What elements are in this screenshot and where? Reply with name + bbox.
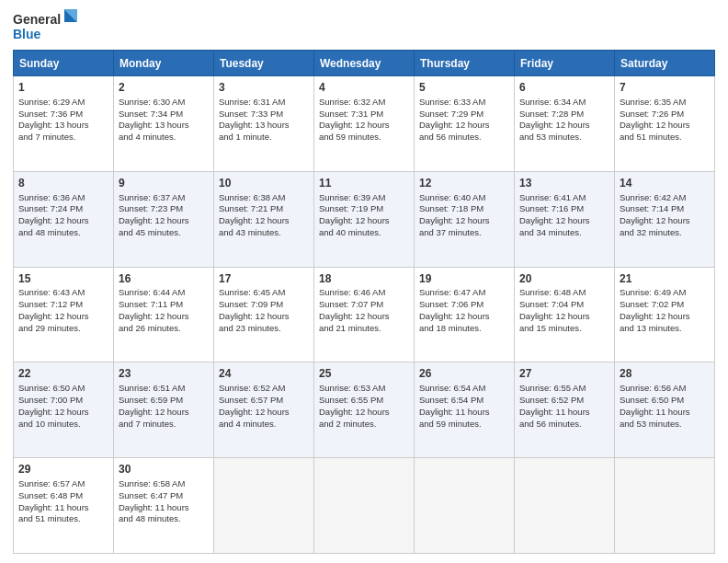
day-info: Sunrise: 6:43 AM Sunset: 7:12 PM Dayligh… xyxy=(18,287,108,334)
calendar-cell: 27Sunrise: 6:55 AM Sunset: 6:52 PM Dayli… xyxy=(515,362,615,458)
day-number: 22 xyxy=(18,366,108,382)
calendar-cell xyxy=(214,458,314,554)
day-number: 30 xyxy=(119,462,209,477)
calendar-week-1: 1Sunrise: 6:29 AM Sunset: 7:36 PM Daylig… xyxy=(14,76,715,172)
day-number: 1 xyxy=(18,80,108,96)
calendar-header-thursday: Thursday xyxy=(415,51,515,76)
day-info: Sunrise: 6:35 AM Sunset: 7:26 PM Dayligh… xyxy=(620,97,710,144)
day-info: Sunrise: 6:52 AM Sunset: 6:57 PM Dayligh… xyxy=(219,383,309,430)
day-info: Sunrise: 6:39 AM Sunset: 7:19 PM Dayligh… xyxy=(319,192,409,239)
day-number: 28 xyxy=(620,366,710,382)
day-number: 23 xyxy=(119,366,209,382)
calendar-cell: 16Sunrise: 6:44 AM Sunset: 7:11 PM Dayli… xyxy=(114,267,214,362)
logo-svg: General Blue xyxy=(13,9,77,42)
calendar-cell: 13Sunrise: 6:41 AM Sunset: 7:16 PM Dayli… xyxy=(515,171,615,267)
day-number: 6 xyxy=(519,80,609,96)
calendar-cell: 29Sunrise: 6:57 AM Sunset: 6:48 PM Dayli… xyxy=(14,458,114,554)
day-info: Sunrise: 6:48 AM Sunset: 7:04 PM Dayligh… xyxy=(519,287,609,334)
svg-text:Blue: Blue xyxy=(13,27,41,41)
calendar-cell: 30Sunrise: 6:58 AM Sunset: 6:47 PM Dayli… xyxy=(114,458,214,554)
day-info: Sunrise: 6:55 AM Sunset: 6:52 PM Dayligh… xyxy=(519,383,609,430)
day-info: Sunrise: 6:56 AM Sunset: 6:50 PM Dayligh… xyxy=(620,383,710,430)
calendar-header-friday: Friday xyxy=(515,51,615,76)
day-number: 13 xyxy=(519,176,609,191)
day-info: Sunrise: 6:37 AM Sunset: 7:23 PM Dayligh… xyxy=(119,192,209,239)
calendar-week-2: 8Sunrise: 6:36 AM Sunset: 7:24 PM Daylig… xyxy=(14,171,715,267)
day-number: 8 xyxy=(18,176,108,191)
calendar-cell: 14Sunrise: 6:42 AM Sunset: 7:14 PM Dayli… xyxy=(615,171,715,267)
calendar-cell xyxy=(515,458,615,554)
calendar-cell: 12Sunrise: 6:40 AM Sunset: 7:18 PM Dayli… xyxy=(415,171,515,267)
calendar-table: SundayMondayTuesdayWednesdayThursdayFrid… xyxy=(13,50,715,554)
calendar-week-3: 15Sunrise: 6:43 AM Sunset: 7:12 PM Dayli… xyxy=(14,267,715,362)
calendar-header-saturday: Saturday xyxy=(615,51,715,76)
day-number: 21 xyxy=(620,271,710,287)
svg-text:General: General xyxy=(13,12,61,27)
day-number: 27 xyxy=(519,366,609,382)
calendar-cell xyxy=(615,458,715,554)
calendar-cell: 2Sunrise: 6:30 AM Sunset: 7:34 PM Daylig… xyxy=(114,76,214,172)
calendar-cell: 3Sunrise: 6:31 AM Sunset: 7:33 PM Daylig… xyxy=(214,76,314,172)
calendar-header-tuesday: Tuesday xyxy=(214,51,314,76)
calendar-cell: 18Sunrise: 6:46 AM Sunset: 7:07 PM Dayli… xyxy=(314,267,415,362)
day-number: 3 xyxy=(219,80,309,96)
calendar-cell: 25Sunrise: 6:53 AM Sunset: 6:55 PM Dayli… xyxy=(314,362,415,458)
day-number: 24 xyxy=(219,366,309,382)
day-info: Sunrise: 6:46 AM Sunset: 7:07 PM Dayligh… xyxy=(319,287,409,334)
day-info: Sunrise: 6:42 AM Sunset: 7:14 PM Dayligh… xyxy=(620,192,710,239)
day-info: Sunrise: 6:38 AM Sunset: 7:21 PM Dayligh… xyxy=(219,192,309,239)
day-info: Sunrise: 6:45 AM Sunset: 7:09 PM Dayligh… xyxy=(219,287,309,334)
day-number: 26 xyxy=(419,366,509,382)
calendar-cell: 10Sunrise: 6:38 AM Sunset: 7:21 PM Dayli… xyxy=(214,171,314,267)
day-info: Sunrise: 6:50 AM Sunset: 7:00 PM Dayligh… xyxy=(18,383,108,430)
day-number: 14 xyxy=(620,176,710,191)
calendar-cell: 4Sunrise: 6:32 AM Sunset: 7:31 PM Daylig… xyxy=(314,76,415,172)
calendar-header-row: SundayMondayTuesdayWednesdayThursdayFrid… xyxy=(14,51,715,76)
day-number: 29 xyxy=(18,462,108,477)
day-info: Sunrise: 6:49 AM Sunset: 7:02 PM Dayligh… xyxy=(620,287,710,334)
calendar-cell: 5Sunrise: 6:33 AM Sunset: 7:29 PM Daylig… xyxy=(415,76,515,172)
day-info: Sunrise: 6:51 AM Sunset: 6:59 PM Dayligh… xyxy=(119,383,209,430)
day-number: 15 xyxy=(18,271,108,287)
calendar-cell: 21Sunrise: 6:49 AM Sunset: 7:02 PM Dayli… xyxy=(615,267,715,362)
calendar-cell: 22Sunrise: 6:50 AM Sunset: 7:00 PM Dayli… xyxy=(14,362,114,458)
day-info: Sunrise: 6:34 AM Sunset: 7:28 PM Dayligh… xyxy=(519,97,609,144)
calendar-cell: 15Sunrise: 6:43 AM Sunset: 7:12 PM Dayli… xyxy=(14,267,114,362)
calendar-cell xyxy=(314,458,415,554)
day-number: 17 xyxy=(219,271,309,287)
day-info: Sunrise: 6:53 AM Sunset: 6:55 PM Dayligh… xyxy=(319,383,409,430)
calendar-header-monday: Monday xyxy=(114,51,214,76)
day-number: 18 xyxy=(319,271,409,287)
day-number: 20 xyxy=(519,271,609,287)
day-info: Sunrise: 6:41 AM Sunset: 7:16 PM Dayligh… xyxy=(519,192,609,239)
calendar-cell: 6Sunrise: 6:34 AM Sunset: 7:28 PM Daylig… xyxy=(515,76,615,172)
calendar-header-wednesday: Wednesday xyxy=(314,51,415,76)
calendar-cell: 11Sunrise: 6:39 AM Sunset: 7:19 PM Dayli… xyxy=(314,171,415,267)
day-number: 4 xyxy=(319,80,409,96)
day-number: 5 xyxy=(419,80,509,96)
calendar-cell xyxy=(415,458,515,554)
calendar-cell: 9Sunrise: 6:37 AM Sunset: 7:23 PM Daylig… xyxy=(114,171,214,267)
calendar-cell: 28Sunrise: 6:56 AM Sunset: 6:50 PM Dayli… xyxy=(615,362,715,458)
day-number: 16 xyxy=(119,271,209,287)
calendar-cell: 17Sunrise: 6:45 AM Sunset: 7:09 PM Dayli… xyxy=(214,267,314,362)
day-info: Sunrise: 6:29 AM Sunset: 7:36 PM Dayligh… xyxy=(18,97,108,144)
calendar-cell: 23Sunrise: 6:51 AM Sunset: 6:59 PM Dayli… xyxy=(114,362,214,458)
calendar-week-4: 22Sunrise: 6:50 AM Sunset: 7:00 PM Dayli… xyxy=(14,362,715,458)
day-number: 12 xyxy=(419,176,509,191)
day-info: Sunrise: 6:36 AM Sunset: 7:24 PM Dayligh… xyxy=(18,192,108,239)
calendar-cell: 26Sunrise: 6:54 AM Sunset: 6:54 PM Dayli… xyxy=(415,362,515,458)
day-number: 10 xyxy=(219,176,309,191)
day-number: 11 xyxy=(319,176,409,191)
day-info: Sunrise: 6:32 AM Sunset: 7:31 PM Dayligh… xyxy=(319,97,409,144)
logo: General Blue xyxy=(13,9,77,42)
day-number: 19 xyxy=(419,271,509,287)
day-number: 25 xyxy=(319,366,409,382)
calendar-header-sunday: Sunday xyxy=(14,51,114,76)
day-info: Sunrise: 6:47 AM Sunset: 7:06 PM Dayligh… xyxy=(419,287,509,334)
day-info: Sunrise: 6:30 AM Sunset: 7:34 PM Dayligh… xyxy=(119,97,209,144)
day-info: Sunrise: 6:31 AM Sunset: 7:33 PM Dayligh… xyxy=(219,97,309,144)
day-info: Sunrise: 6:40 AM Sunset: 7:18 PM Dayligh… xyxy=(419,192,509,239)
calendar-cell: 24Sunrise: 6:52 AM Sunset: 6:57 PM Dayli… xyxy=(214,362,314,458)
header: General Blue xyxy=(13,9,715,42)
